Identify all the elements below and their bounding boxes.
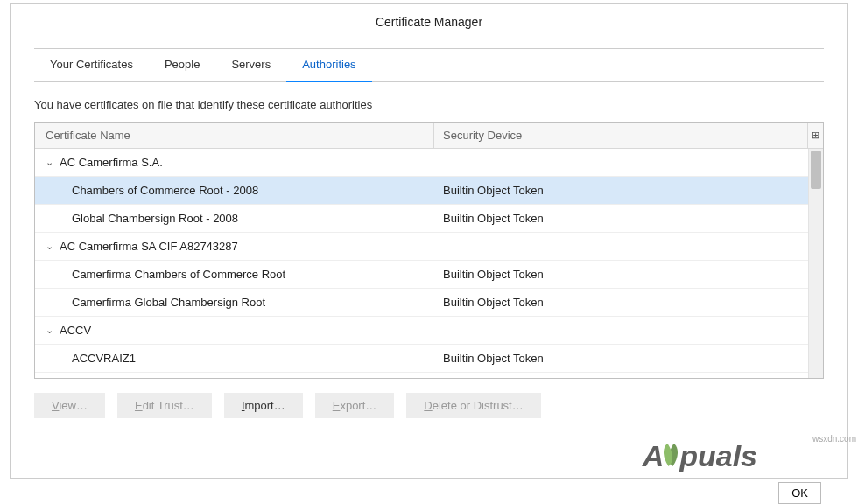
dialog-title: Certificate Manager — [34, 4, 824, 48]
import-button[interactable]: Import… — [224, 393, 303, 418]
tab-authorities[interactable]: Authorities — [286, 49, 371, 81]
scrollbar-thumb[interactable] — [811, 150, 821, 189]
view-button[interactable]: View… — [34, 393, 105, 418]
ok-button[interactable]: OK — [778, 482, 821, 504]
table-header: Certificate Name Security Device ⊞ — [35, 122, 823, 149]
chevron-down-icon[interactable]: ⌄ — [46, 325, 54, 336]
cert-device: Builtin Object Token — [434, 184, 823, 197]
cert-device: Builtin Object Token — [434, 352, 823, 365]
column-picker-icon[interactable]: ⊞ — [807, 122, 823, 148]
tab-servers[interactable]: Servers — [215, 49, 286, 81]
cert-name: Global Chambersign Root - 2008 — [35, 212, 434, 225]
cert-group-name: AC Camerfirma SA CIF A82743287 — [60, 240, 238, 253]
cert-name: ACCVRAIZ1 — [35, 352, 434, 365]
delete-distrust-button[interactable]: Delete or Distrust… — [406, 393, 540, 418]
appuals-logo: A puals — [643, 439, 757, 473]
scrollbar-track[interactable] — [808, 149, 823, 378]
cert-group-name: AC Camerfirma S.A. — [60, 156, 163, 169]
leaf-icon — [662, 444, 681, 470]
logo-rest: puals — [679, 439, 757, 473]
cert-name: Chambers of Commerce Root - 2008 — [35, 184, 434, 197]
tabs-bar: Your Certificates People Servers Authori… — [34, 49, 824, 82]
table-row[interactable]: ⌄ AC Camerfirma S.A. — [35, 149, 823, 177]
table-row[interactable]: Camerfirma Global Chambersign Root Built… — [35, 289, 823, 317]
table-row[interactable]: ⌄ AC Camerfirma SA CIF A82743287 — [35, 233, 823, 261]
tab-people[interactable]: People — [149, 49, 215, 81]
chevron-down-icon[interactable]: ⌄ — [46, 241, 54, 252]
table-row[interactable]: ACCVRAIZ1 Builtin Object Token — [35, 345, 823, 373]
column-security-device[interactable]: Security Device — [434, 122, 807, 148]
table-row[interactable]: ⌄ ACCV — [35, 317, 823, 345]
column-certificate-name[interactable]: Certificate Name — [35, 122, 434, 148]
watermark-text: wsxdn.com — [812, 434, 856, 444]
action-buttons: View… Edit Trust… Import… Export… Delete… — [34, 393, 824, 418]
cert-device: Builtin Object Token — [434, 268, 823, 281]
cert-group-name: ACCV — [60, 324, 91, 337]
logo-a: A — [643, 439, 665, 473]
table-row[interactable]: Camerfirma Chambers of Commerce Root Bui… — [35, 261, 823, 289]
chevron-down-icon[interactable]: ⌄ — [46, 157, 54, 168]
cert-name: Camerfirma Global Chambersign Root — [35, 296, 434, 309]
table-body[interactable]: ⌄ AC Camerfirma S.A. Chambers of Commerc… — [35, 149, 823, 378]
cert-name: Camerfirma Chambers of Commerce Root — [35, 268, 434, 281]
tab-your-certificates[interactable]: Your Certificates — [34, 49, 149, 81]
certificate-manager-dialog: Certificate Manager Your Certificates Pe… — [10, 3, 848, 479]
cert-device: Builtin Object Token — [434, 296, 823, 309]
edit-trust-button[interactable]: Edit Trust… — [117, 393, 212, 418]
export-button[interactable]: Export… — [315, 393, 395, 418]
table-row[interactable]: Global Chambersign Root - 2008 Builtin O… — [35, 205, 823, 233]
table-row[interactable]: Chambers of Commerce Root - 2008 Builtin… — [35, 177, 823, 205]
tab-description: You have certificates on file that ident… — [34, 82, 824, 122]
cert-device: Builtin Object Token — [434, 212, 823, 225]
certificates-table: Certificate Name Security Device ⊞ ⌄ AC … — [34, 122, 824, 379]
